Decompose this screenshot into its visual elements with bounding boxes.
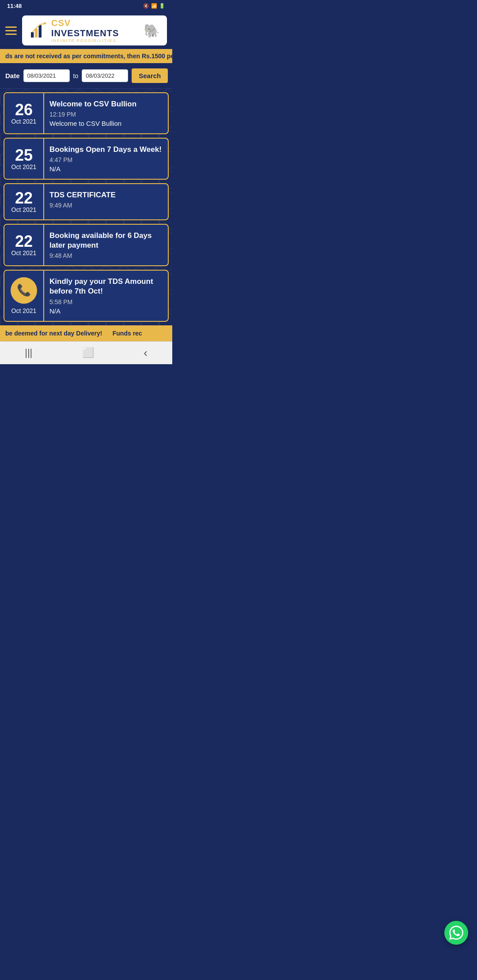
card-day-1: 26 bbox=[15, 102, 33, 118]
from-date-input[interactable] bbox=[23, 69, 70, 82]
card-date-2: 25 Oct 2021 bbox=[4, 139, 44, 179]
card-time-4: 9:48 AM bbox=[49, 252, 163, 259]
card-title-3: TDS CERTIFICATE bbox=[49, 190, 163, 200]
bottom-ticker: be deemed for next day Delivery! Funds r… bbox=[0, 325, 172, 341]
card-time-2: 4:47 PM bbox=[49, 156, 163, 163]
card-title-1: Welcome to CSV Bullion bbox=[49, 99, 163, 109]
header: CSV INVESTMENTS INFINITE POSSIBILITIES 🐘 bbox=[0, 12, 172, 49]
card-content-1: Welcome to CSV Bullion 12:19 PM Welcome … bbox=[44, 93, 168, 133]
notification-card-3: 22 Oct 2021 TDS CERTIFICATE 9:49 AM bbox=[4, 183, 169, 220]
card-day-2: 25 bbox=[15, 147, 33, 163]
card-content-5: Kindly pay your TDS Amount before 7th Oc… bbox=[44, 271, 168, 320]
wifi-icon: 📶 bbox=[151, 3, 157, 9]
mute-icon: 🔇 bbox=[143, 3, 149, 9]
card-month-3: Oct 2021 bbox=[11, 206, 37, 213]
logo-container: CSV INVESTMENTS INFINITE POSSIBILITIES 🐘 bbox=[22, 15, 167, 45]
date-to-label: to bbox=[73, 72, 79, 79]
card-month-4: Oct 2021 bbox=[11, 249, 37, 256]
hamburger-menu[interactable] bbox=[5, 26, 17, 35]
card-body-5: N/A bbox=[49, 307, 163, 315]
card-month-1: Oct 2021 bbox=[11, 118, 37, 125]
card-date-3: 22 Oct 2021 bbox=[4, 184, 44, 219]
phone-icon: 📞 bbox=[11, 277, 37, 304]
svg-rect-0 bbox=[31, 32, 34, 38]
card-content-2: Bookings Open 7 Days a Week! 4:47 PM N/A bbox=[44, 139, 168, 179]
card-content-3: TDS CERTIFICATE 9:49 AM bbox=[44, 184, 168, 219]
card-date-5: 📞 Oct 2021 bbox=[4, 271, 44, 320]
svg-rect-2 bbox=[39, 25, 42, 38]
card-date-4: 22 Oct 2021 bbox=[4, 225, 44, 265]
card-title-2: Bookings Open 7 Days a Week! bbox=[49, 145, 163, 155]
cards-container: 26 Oct 2021 Welcome to CSV Bullion 12:19… bbox=[0, 89, 172, 325]
card-body-2: N/A bbox=[49, 165, 163, 173]
status-icons: 🔇 📶 🔋 bbox=[143, 3, 165, 9]
card-month-2: Oct 2021 bbox=[11, 163, 37, 170]
nav-back-button[interactable]: ‹ bbox=[144, 346, 148, 360]
card-time-3: 9:49 AM bbox=[49, 202, 163, 209]
nav-home-button[interactable]: ⬜ bbox=[82, 347, 94, 358]
to-date-input[interactable] bbox=[82, 69, 128, 82]
status-bar: 11:48 🔇 📶 🔋 bbox=[0, 0, 172, 12]
date-filter: Date to Search bbox=[0, 63, 172, 89]
ticker-text: ds are not received as per commitments, … bbox=[5, 53, 172, 60]
card-day-3: 22 bbox=[15, 190, 33, 206]
nav-bar: ||| ⬜ ‹ bbox=[0, 341, 172, 364]
notification-card-1: 26 Oct 2021 Welcome to CSV Bullion 12:19… bbox=[4, 92, 169, 134]
card-body-1: Welcome to CSV Bullion bbox=[49, 120, 163, 127]
status-time: 11:48 bbox=[7, 3, 22, 9]
bottom-ticker-text: be deemed for next day Delivery! Funds r… bbox=[5, 330, 142, 337]
battery-icon: 🔋 bbox=[159, 3, 165, 9]
card-time-1: 12:19 PM bbox=[49, 111, 163, 118]
svg-rect-1 bbox=[35, 29, 38, 38]
notification-card-5: 📞 Oct 2021 Kindly pay your TDS Amount be… bbox=[4, 270, 169, 321]
notification-card-2: 25 Oct 2021 Bookings Open 7 Days a Week!… bbox=[4, 138, 169, 180]
card-date-1: 26 Oct 2021 bbox=[4, 93, 44, 133]
nav-menu-button[interactable]: ||| bbox=[25, 347, 32, 358]
notification-card-4: 22 Oct 2021 Booking available for 6 Days… bbox=[4, 224, 169, 266]
card-content-4: Booking available for 6 Days later payme… bbox=[44, 225, 168, 265]
card-month-5: Oct 2021 bbox=[11, 307, 37, 314]
card-day-4: 22 bbox=[15, 234, 33, 249]
card-title-4: Booking available for 6 Days later payme… bbox=[49, 231, 163, 250]
date-label: Date bbox=[5, 72, 20, 79]
logo-company-name: CSV INVESTMENTS bbox=[51, 18, 139, 38]
card-time-5: 5:58 PM bbox=[49, 298, 163, 305]
search-button[interactable]: Search bbox=[132, 68, 168, 83]
logo-text: CSV INVESTMENTS INFINITE POSSIBILITIES bbox=[51, 18, 139, 43]
ganesha-icon: 🐘 bbox=[144, 23, 160, 38]
logo-tagline: INFINITE POSSIBILITIES bbox=[51, 38, 139, 43]
top-ticker: ds are not received as per commitments, … bbox=[0, 49, 172, 63]
logo-chart-icon bbox=[29, 22, 47, 39]
card-title-5: Kindly pay your TDS Amount before 7th Oc… bbox=[49, 277, 163, 296]
